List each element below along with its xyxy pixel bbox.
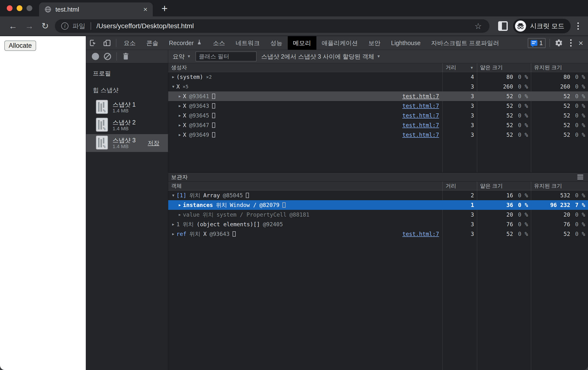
snapshot-item-1[interactable]: %스냅샷 11.4 MB — [86, 98, 168, 116]
retainer-row[interactable]: [1]위치Array@850452160 %5320 % — [168, 191, 588, 200]
column-shallow-size[interactable]: 얕은 크기 — [477, 182, 531, 190]
source-link[interactable]: test.html:7 — [402, 103, 439, 109]
devtools-tab-8[interactable]: 보안 — [363, 36, 386, 50]
expand-arrow-icon[interactable] — [177, 203, 183, 207]
retainer-row[interactable]: 1위치(object elements)[]@924053760 %760 % — [168, 219, 588, 229]
object-id: @93649 — [189, 132, 209, 138]
close-window-button[interactable] — [7, 5, 12, 11]
shallow-size-cell: 520 % — [477, 122, 531, 128]
svg-text:%: % — [103, 126, 105, 131]
retainer-row[interactable]: ref위치X@93643test.html:73520 %520 % — [168, 229, 588, 239]
object-id: @82079 — [259, 202, 279, 208]
constructor-row[interactable]: (system)×24800 %800 % — [168, 72, 588, 82]
source-link[interactable]: test.html:7 — [402, 112, 439, 119]
constructor-row[interactable]: X@93643test.html:73520 %520 % — [168, 101, 588, 111]
inspect-element-icon[interactable] — [86, 39, 100, 47]
expand-arrow-icon[interactable] — [170, 222, 176, 227]
allocate-button[interactable]: Allocate — [4, 41, 36, 51]
back-icon[interactable]: ← — [5, 22, 21, 30]
expand-arrow-icon[interactable] — [177, 113, 183, 118]
snapshot-item-2[interactable]: %스냅샷 21.4 MB — [86, 116, 168, 134]
column-distance[interactable]: 거리 — [442, 182, 477, 190]
devtools-tab-1[interactable]: 콘솔 — [141, 36, 164, 50]
object-name: (system) — [176, 74, 203, 80]
retainers-menu-icon[interactable] — [578, 175, 583, 179]
shallow-size-cell-value: 260 — [477, 83, 513, 90]
shallow-size-cell-percent: 0 % — [513, 132, 531, 138]
shallow-size-cell-percent: 0 % — [513, 93, 531, 99]
devtools-tab-5[interactable]: 성능 — [265, 36, 288, 50]
retained-size-cell-value: 20 — [531, 212, 570, 218]
forward-icon[interactable]: → — [21, 22, 38, 30]
browser-menu-icon[interactable] — [573, 22, 583, 30]
new-tab-button[interactable]: + — [161, 2, 168, 16]
devtools-tab-4[interactable]: 네트워크 — [230, 36, 265, 50]
source-link[interactable]: test.html:7 — [402, 231, 439, 237]
bookmark-star-icon[interactable]: ☆ — [473, 21, 483, 31]
devtools-tab-label: Lighthouse — [391, 40, 420, 46]
column-shallow-size[interactable]: 얕은 크기 — [477, 63, 531, 72]
retainer-row[interactable]: instances위치Window /@820791360 %96 2327 % — [168, 200, 588, 210]
object-name: X — [183, 112, 186, 119]
expand-arrow-icon[interactable] — [177, 104, 183, 108]
devtools-tab-2[interactable]: Recorder — [164, 36, 208, 50]
snapshot-item-3[interactable]: %스냅샷 31.4 MB저장 — [86, 134, 168, 152]
column-retained-size[interactable]: 유지된 크기 — [531, 182, 588, 190]
devtools-tab-6[interactable]: 메모리 — [288, 36, 316, 50]
devtools-tab-9[interactable]: Lighthouse — [386, 36, 426, 50]
memory-toolbar: 요약 ▼ 스냅샷 2에서 스냅샷 3 사이에 할당된 객체 ▼ — [86, 50, 588, 63]
snapshot-save-link[interactable]: 저장 — [148, 139, 159, 147]
page-info-icon[interactable]: i — [61, 22, 68, 30]
tab-close-icon[interactable]: × — [143, 6, 147, 13]
source-link[interactable]: test.html:7 — [402, 93, 439, 99]
object-box-glyph — [212, 132, 215, 138]
source-link[interactable]: test.html:7 — [402, 132, 439, 138]
devtools-tab-7[interactable]: 애플리케이션 — [316, 36, 363, 50]
column-object[interactable]: 객체 — [168, 182, 442, 190]
record-snapshot-icon[interactable] — [92, 53, 99, 60]
devtools-menu-icon[interactable] — [566, 39, 576, 46]
expand-arrow-icon[interactable] — [177, 123, 183, 127]
source-link[interactable]: test.html:7 — [402, 122, 439, 128]
browser-tab[interactable]: test.html × — [39, 2, 153, 16]
constructor-row[interactable]: X@93647test.html:73520 %520 % — [168, 120, 588, 130]
column-retained-size[interactable]: 유지된 크기 — [531, 63, 588, 72]
minimize-window-button[interactable] — [17, 5, 22, 11]
settings-gear-icon[interactable] — [552, 39, 566, 47]
side-panel-icon[interactable] — [498, 21, 508, 31]
address-bar[interactable]: i 파일 /Users/yceffort/Desktop/test.html ☆ — [55, 19, 489, 33]
devtools-close-icon[interactable]: × — [576, 38, 588, 48]
delete-profile-icon[interactable] — [121, 52, 130, 61]
expand-arrow-icon[interactable] — [177, 133, 183, 137]
device-toolbar-icon[interactable] — [100, 39, 114, 47]
issues-button[interactable]: 1 — [528, 38, 546, 48]
constructor-row[interactable]: X×532600 %2600 % — [168, 82, 588, 91]
expand-arrow-icon[interactable] — [170, 232, 176, 236]
object-name: X — [183, 132, 186, 138]
devtools-tab-10[interactable]: 자바스크립트 프로파일러 — [426, 36, 504, 50]
zoom-window-button[interactable] — [27, 5, 32, 11]
expand-arrow-icon[interactable] — [177, 213, 183, 217]
distance-cell-value: 3 — [442, 132, 477, 138]
reload-icon[interactable]: ↻ — [38, 22, 52, 30]
expand-arrow-icon[interactable] — [170, 75, 176, 79]
collapse-arrow-icon[interactable] — [170, 193, 176, 197]
retainer-row[interactable]: value위치system / PropertyCell@881813200 %… — [168, 210, 588, 219]
constructor-row[interactable]: X@93645test.html:73520 %520 % — [168, 111, 588, 120]
snapshot-scope-select[interactable]: 스냅샷 2에서 스냅샷 3 사이에 할당된 객체 ▼ — [261, 53, 380, 61]
column-constructor[interactable]: 생성자 — [168, 63, 442, 72]
issues-count: 1 — [539, 40, 543, 46]
collapse-arrow-icon[interactable] — [170, 84, 176, 89]
devtools-tab-3[interactable]: 소스 — [208, 36, 230, 50]
perspective-select[interactable]: 요약 ▼ — [173, 53, 191, 61]
clear-profiles-icon[interactable] — [104, 53, 111, 60]
class-filter-input[interactable] — [196, 52, 256, 61]
devtools-tab-0[interactable]: 요소 — [118, 36, 141, 50]
constructor-row[interactable]: X@93641test.html:73520 %520 % — [168, 91, 588, 101]
object-name: system / PropertyCell — [216, 212, 286, 218]
constructor-row[interactable]: X@93649test.html:73520 %520 % — [168, 130, 588, 140]
relation-label: 위치 — [189, 230, 200, 238]
object-id: @93643 — [210, 231, 230, 237]
expand-arrow-icon[interactable] — [177, 94, 183, 98]
column-distance[interactable]: 거리 ▼ — [442, 63, 477, 72]
